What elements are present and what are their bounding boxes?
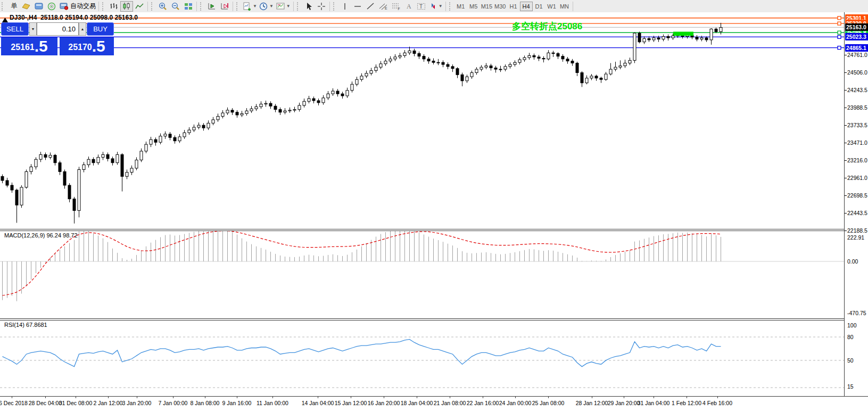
buy-price-frac: .5: [92, 38, 105, 54]
buy-button[interactable]: BUY: [87, 22, 114, 36]
candlestick-chart-button[interactable]: [120, 1, 133, 12]
candle-body: [528, 55, 531, 57]
macd-label: MACD(12,26,9) 96.24 98.72: [4, 232, 78, 239]
candle-body: [576, 63, 578, 73]
horizontal-line-button[interactable]: [351, 1, 364, 12]
candle-body: [356, 79, 358, 84]
candle-body: [293, 110, 296, 110]
candle-body: [456, 69, 459, 75]
timeframe-mn-button[interactable]: MN: [558, 2, 571, 11]
hline-handle[interactable]: [838, 31, 841, 34]
time-tick-mark: [592, 397, 592, 398]
timeframe-m30-button[interactable]: M30: [493, 2, 507, 11]
auto-scroll-button[interactable]: [205, 1, 218, 12]
candle-body: [360, 76, 363, 79]
time-tick-label: 26 Dec 2018: [0, 400, 28, 406]
line-chart-button[interactable]: [133, 1, 146, 12]
candle-body: [633, 33, 636, 60]
price-tick-label: 23733.5: [847, 122, 867, 128]
equidistant-channel-button[interactable]: E: [377, 1, 390, 12]
candle-body: [145, 144, 147, 151]
toolbar-separator: [573, 2, 573, 11]
timeframe-m15-button[interactable]: M15: [480, 2, 493, 11]
market-watch-button[interactable]: [20, 1, 32, 12]
new-order-button[interactable]: 单: [7, 1, 20, 12]
timeframe-d1-button[interactable]: D1: [533, 2, 545, 11]
candle-body: [595, 76, 598, 78]
hline-handle[interactable]: [838, 46, 841, 50]
rsi-label: RSI(14) 67.8681: [4, 322, 47, 328]
macd-signal-line: [3, 231, 721, 295]
zoom-in-button[interactable]: [156, 1, 169, 12]
hline-handle[interactable]: [838, 17, 841, 20]
candle-body: [375, 67, 377, 70]
timeframe-w1-button[interactable]: W1: [545, 2, 558, 11]
tile-windows-button[interactable]: [182, 1, 195, 12]
templates-button[interactable]: ▼: [275, 1, 292, 12]
candle-body: [159, 136, 162, 143]
price-tick-label: 22698.5: [847, 192, 867, 199]
macd-panel[interactable]: [0, 231, 844, 318]
hline-handle[interactable]: [838, 22, 841, 25]
candle-body: [365, 73, 368, 76]
timeframe-h4-button[interactable]: H4: [520, 2, 533, 11]
auto-trading-button[interactable]: 自动交易: [58, 1, 97, 12]
timeframe-m1-button[interactable]: M1: [454, 2, 467, 11]
candle-body: [523, 57, 526, 60]
arrows-button[interactable]: ▼: [428, 1, 444, 12]
volume-input[interactable]: 0.10: [37, 22, 79, 36]
price-tick-mark: [845, 55, 847, 55]
svg-text:T: T: [419, 4, 423, 10]
timeframe-m5-button[interactable]: M5: [467, 2, 480, 11]
candle-body: [312, 98, 315, 101]
strategy-tester-button[interactable]: [45, 1, 58, 12]
rsi-panel[interactable]: [0, 320, 844, 396]
crosshair-button[interactable]: [315, 1, 328, 12]
time-tick-label: 15 Jan 12:00: [335, 400, 367, 406]
candle-body: [298, 105, 301, 110]
text-label-icon: T: [417, 2, 426, 11]
time-tick-mark: [173, 397, 173, 398]
trend-line-button[interactable]: [364, 1, 377, 12]
candle-body: [226, 110, 229, 113]
price-tick-mark: [845, 160, 847, 161]
candle-body: [547, 53, 550, 59]
chart-shift-icon: [220, 2, 229, 10]
sell-price-display[interactable]: 25161 .5: [1, 37, 57, 55]
buy-price-display[interactable]: 25170 .5: [60, 37, 114, 55]
periods-button[interactable]: ▼: [258, 1, 275, 12]
candle-body: [274, 106, 277, 109]
fibonacci-retracement-button[interactable]: F: [390, 1, 402, 12]
time-axis[interactable]: 26 Dec 201828 Dec 04:0031 Dec 08:002 Jan…: [0, 396, 868, 411]
time-tick-label: 9 Jan 16:00: [222, 400, 252, 406]
indicators-button[interactable]: ▼: [242, 1, 258, 12]
annotation-text[interactable]: 多空转折点25086: [512, 21, 582, 31]
candle-body: [63, 171, 66, 185]
candle-body: [514, 62, 516, 64]
highlight-rectangle[interactable]: [673, 32, 693, 36]
candle-body: [241, 113, 243, 115]
mt4-terminal: 单自动交易▼▼▼EFAT▼M1M5M15M30H1H4D1W1MN 多空转折点2…: [0, 0, 868, 411]
cursor-button[interactable]: [302, 1, 315, 12]
main-chart[interactable]: 多空转折点25086: [0, 12, 844, 229]
candle-body: [504, 67, 507, 69]
hline-handle[interactable]: [838, 35, 841, 38]
text-label-button[interactable]: T: [415, 1, 428, 12]
candle-body: [509, 64, 511, 67]
bar-chart-button[interactable]: [108, 1, 120, 12]
text-button[interactable]: A: [402, 1, 415, 12]
candle-body: [475, 69, 478, 72]
volume-increase-button[interactable]: ▲: [79, 22, 86, 36]
navigator-button[interactable]: [32, 1, 45, 12]
price-axis[interactable]: 24761.024506.024243.523988.523733.523471…: [845, 12, 868, 396]
candle-body: [605, 74, 607, 79]
volume-decrease-button[interactable]: ▼: [29, 22, 37, 36]
vertical-line-button[interactable]: [338, 1, 351, 12]
macd-name: MACD(12,26,9): [4, 232, 45, 239]
zoom-out-button[interactable]: [169, 1, 182, 12]
candle-body: [423, 56, 425, 59]
sell-button[interactable]: SELL: [1, 22, 29, 36]
timeframe-h1-button[interactable]: H1: [507, 2, 520, 11]
chart-shift-button[interactable]: [218, 1, 231, 12]
candle-body: [236, 112, 238, 115]
